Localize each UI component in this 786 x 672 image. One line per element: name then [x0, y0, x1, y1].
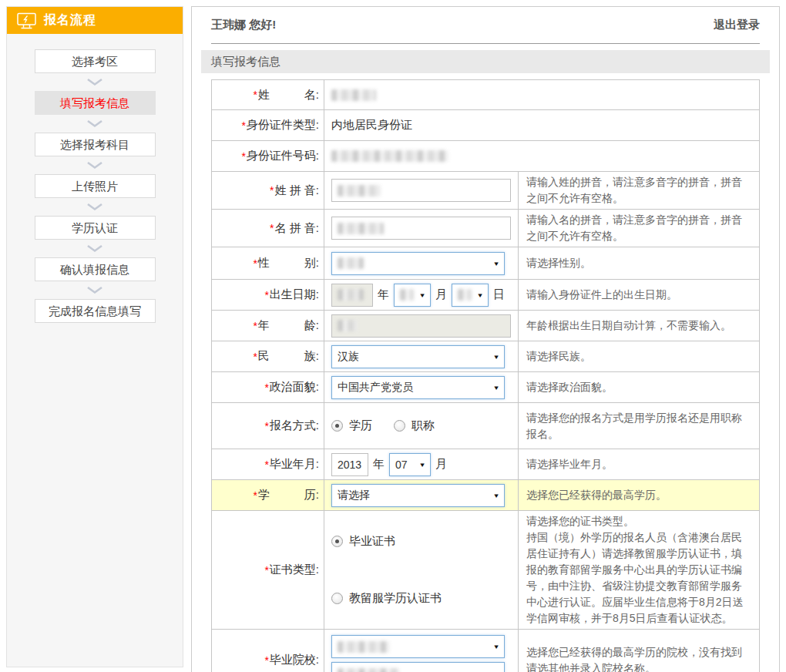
field-label: *民 族:: [212, 341, 324, 371]
registration-method-radio-2[interactable]: 职称: [394, 418, 435, 433]
field-label: *证书类型:: [212, 511, 324, 629]
required-asterisk: *: [253, 257, 257, 270]
field-label-text: 名 拼 音:: [274, 221, 319, 236]
registration-method-radio-label-1: 学历: [349, 418, 372, 433]
chevron-down-icon: [86, 119, 104, 128]
sidebar-header: 报名流程: [7, 7, 183, 34]
graduation-school-select-2[interactable]: ▼: [331, 662, 505, 672]
field-control: 请选择▼: [324, 480, 518, 510]
form-row-graduation-date: *毕业年月:2013年07▼月请选择毕业年月。: [212, 449, 759, 479]
registration-method-radio-label-2: 职称: [411, 418, 435, 433]
form-row-id-type: *身份证件类型:内地居民身份证: [212, 109, 759, 140]
certificate-type-radio-label-1: 毕业证书: [349, 534, 395, 549]
graduation-date-group: 2013年07▼月: [331, 453, 447, 476]
birth-day-select[interactable]: ▼: [452, 284, 489, 307]
dropdown-arrow-icon: ▼: [492, 384, 499, 391]
given-name-pinyin-input[interactable]: [331, 217, 511, 240]
field-label-text: 身份证件号码:: [247, 149, 319, 163]
form-row-age: *年 龄:年龄根据出生日期自动计算，不需要输入。: [212, 310, 759, 341]
form-row-education-level: *学 历:请选择▼选择您已经获得的最高学历。: [212, 479, 759, 510]
sidebar-step-2[interactable]: 填写报考信息: [35, 91, 156, 115]
graduation-school-group: ▼▼: [331, 632, 505, 672]
age-input[interactable]: [331, 314, 511, 338]
form-row-graduation-school: *毕业院校:▼▼选择您已经获得的最高学历的院校，没有找到请选其他并录入院校名称。: [212, 629, 759, 672]
graduation-school-select-1[interactable]: ▼: [331, 635, 505, 658]
gender-select[interactable]: ▼: [331, 252, 505, 275]
field-control: 年▼月▼日: [324, 280, 518, 310]
certificate-type-radio-2[interactable]: 教留服学历认证书: [331, 591, 442, 606]
field-label-text: 政治面貌:: [270, 380, 319, 395]
required-asterisk: *: [241, 119, 245, 132]
sidebar-step-6[interactable]: 确认填报信息: [35, 257, 156, 281]
form-row-given-name-pinyin: *名 拼 音:请输入名的拼音，请注意多音字的拼音，拼音之间不允许有空格。: [212, 209, 759, 247]
section-title: 填写报考信息: [201, 50, 770, 73]
required-asterisk: *: [270, 184, 274, 197]
monitor-icon: [17, 12, 36, 29]
dropdown-arrow-icon: ▼: [492, 260, 499, 267]
field-label-text: 毕业院校:: [270, 653, 319, 667]
sidebar-step-7[interactable]: 完成报名信息填写: [35, 299, 156, 323]
chevron-down-icon: [86, 203, 104, 211]
sidebar-title: 报名流程: [44, 12, 96, 29]
birth-year-input[interactable]: [331, 284, 373, 307]
required-asterisk: *: [264, 289, 268, 301]
field-control: 汉族▼: [324, 341, 518, 371]
graduation-month-value: 07: [395, 459, 408, 471]
field-label-text: 性 别:: [258, 256, 319, 270]
field-hint: 年龄根据出生日期自动计算，不需要输入。: [518, 311, 759, 341]
chevron-down-icon: [86, 286, 104, 294]
certificate-type-radio-label-2: 教留服学历认证书: [349, 591, 442, 606]
surname-pinyin-input[interactable]: [331, 179, 511, 202]
redacted-value: [338, 185, 381, 197]
page: 报名流程 选择考区填写报考信息选择报考科目上传照片学历认证确认填报信息完成报名信…: [0, 0, 786, 672]
dropdown-arrow-icon: ▼: [476, 291, 483, 298]
sidebar-step-1[interactable]: 选择考区: [35, 49, 156, 73]
field-hint: 请输入名的拼音，请注意多音字的拼音，拼音之间不允许有空格。: [518, 210, 759, 247]
field-label: *毕业年月:: [212, 449, 324, 479]
form-row-name: *姓 名:: [212, 80, 759, 109]
logout-link[interactable]: 退出登录: [714, 18, 760, 32]
unit-year: 年: [378, 287, 389, 302]
user-greeting: 王玮娜 您好!: [211, 18, 276, 32]
sidebar-step-4[interactable]: 上传照片: [35, 174, 156, 198]
graduation-year-input[interactable]: 2013: [331, 453, 368, 476]
unit-day: 日: [493, 287, 505, 302]
steps-flow: 选择考区填写报考信息选择报考科目上传照片学历认证确认填报信息完成报名信息填写: [7, 34, 183, 323]
radio-icon: [331, 593, 343, 604]
required-asterisk: *: [264, 420, 268, 432]
form-row-certificate-type: *证书类型:毕业证书教留服学历认证书请选择您的证书类型。 持国（境）外学历的报名…: [212, 510, 759, 629]
redacted-value: [331, 150, 448, 162]
sidebar-step-3[interactable]: 选择报考科目: [35, 133, 156, 156]
redacted-value: [338, 320, 358, 331]
redacted-value: [338, 668, 399, 672]
field-hint: 请选择毕业年月。: [518, 449, 759, 479]
field-label-text: 姓 拼 音:: [274, 183, 319, 198]
field-label-text: 证书类型:: [270, 563, 319, 577]
form-row-ethnicity: *民 族:汉族▼请选择民族。: [212, 341, 759, 371]
education-level-select[interactable]: 请选择▼: [331, 484, 505, 507]
field-label-text: 身份证件类型:: [247, 118, 319, 133]
field-hint: 请输入身份证件上的出生日期。: [518, 280, 759, 310]
redacted-value: [400, 289, 414, 301]
field-hint: 请选择政治面貌。: [518, 372, 759, 402]
required-asterisk: *: [253, 320, 257, 332]
unit-month: 月: [435, 287, 447, 302]
ethnicity-select[interactable]: 汉族▼: [331, 345, 505, 368]
field-control: 中国共产党党员▼: [324, 372, 518, 402]
field-hint: 请输入姓的拼音，请注意多音字的拼音，拼音之间不允许有空格。: [518, 172, 759, 209]
political-status-select[interactable]: 中国共产党党员▼: [331, 376, 505, 399]
registration-form: *姓 名:*身份证件类型:内地居民身份证*身份证件号码:*姓 拼 音:请输入姓的…: [211, 79, 760, 672]
sidebar-step-5[interactable]: 学历认证: [35, 216, 156, 240]
certificate-type-radio-1[interactable]: 毕业证书: [331, 534, 395, 549]
field-label: *姓 拼 音:: [212, 172, 324, 209]
field-label: *名 拼 音:: [212, 210, 324, 247]
field-control: [324, 172, 518, 209]
graduation-month-select[interactable]: 07▼: [389, 453, 431, 476]
registration-method-radio-1[interactable]: 学历: [331, 418, 372, 433]
required-asterisk: *: [264, 654, 268, 667]
field-hint: 请选择民族。: [518, 341, 759, 371]
field-label: *政治面貌:: [212, 372, 324, 402]
field-label-text: 年 龄:: [258, 318, 319, 333]
sidebar: 报名流程 选择考区填写报考信息选择报考科目上传照片学历认证确认填报信息完成报名信…: [6, 6, 183, 667]
birth-month-select[interactable]: ▼: [394, 284, 431, 307]
